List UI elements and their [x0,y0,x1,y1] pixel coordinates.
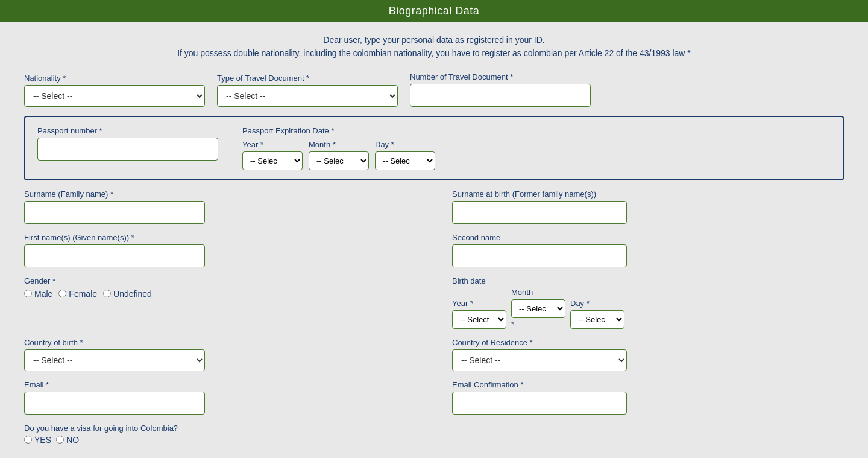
birth-day-group: Day * -- Selec [570,299,624,329]
firstname-group: First name(s) (Given name(s)) * [24,233,344,267]
country-birth-label: Country of birth * [24,338,344,347]
birth-month-label: Month [511,288,565,297]
gender-undefined-radio[interactable] [103,290,111,297]
birth-day-select[interactable]: -- Selec [570,310,624,329]
email-confirm-group: Email Confirmation * [452,380,844,415]
info-section: Dear user, type your personal data as re… [0,22,868,66]
birth-date-label: Birth date [452,276,844,285]
passport-month-select[interactable]: -- Selec [309,151,369,170]
travel-doc-select[interactable]: -- Select -- [217,85,398,107]
firstname-input[interactable] [24,244,205,267]
firstname-row: First name(s) (Given name(s)) * Second n… [24,233,844,267]
surname-birth-input[interactable] [452,201,627,224]
gender-female-radio[interactable] [58,290,66,297]
country-birth-group: Country of birth * -- Select -- [24,338,344,371]
visa-yes-label[interactable]: YES [34,435,51,445]
travel-doc-number-group: Number of Travel Document * [410,72,844,107]
gender-group: Gender * Male Female Undefined [24,276,344,329]
visa-options: YES NO [24,435,844,445]
passport-box: Passport number * Passport Expiration Da… [24,116,844,180]
visa-label: Do you have a visa for going into Colomb… [24,424,844,433]
birth-day-label: Day * [570,299,624,308]
passport-expiration-group: Passport Expiration Date * Year * -- Sel… [242,126,831,170]
passport-year-group: Year * -- Selec [242,140,303,170]
passport-box-inner: Passport number * Passport Expiration Da… [37,126,831,170]
firstname-label: First name(s) (Given name(s)) * [24,233,344,242]
birthdate-group: Birth date Year * -- Select Month -- Sel… [452,276,844,329]
passport-month-label: Month * [309,140,369,149]
header-title: Biographical Data [389,5,480,17]
surname-birth-group: Surname at birth (Former family name(s)) [452,189,844,224]
visa-no-radio[interactable] [56,436,64,444]
birth-date-row: Year * -- Select Month -- Selec * Day * [452,288,844,329]
birth-year-select[interactable]: -- Select [452,310,506,329]
travel-doc-label: Type of Travel Document * [217,74,398,83]
country-residence-select[interactable]: -- Select -- [452,349,627,371]
visa-section: Do you have a visa for going into Colomb… [24,424,844,445]
birth-year-label: Year * [452,299,506,308]
email-input[interactable] [24,392,205,415]
passport-number-group: Passport number * [37,126,218,161]
email-confirmation-label: Email Confirmation * [452,380,844,389]
email-label: Email * [24,380,344,389]
passport-day-group: Day * -- Selec [375,140,435,170]
email-row: Email * Email Confirmation * [24,380,844,415]
passport-month-group: Month * -- Selec [309,140,369,170]
top-fields-row: Nationality * -- Select -- Type of Trave… [24,72,844,107]
gender-undefined-label[interactable]: Undefined [113,289,152,299]
email-confirmation-input[interactable] [452,392,627,415]
nationality-label: Nationality * [24,74,205,83]
country-residence-label: Country of Residence * [452,338,844,347]
gender-options: Male Female Undefined [24,289,344,299]
passport-day-label: Day * [375,140,435,149]
gender-male-label[interactable]: Male [34,289,52,299]
passport-number-label: Passport number * [37,126,218,135]
form-container: Nationality * -- Select -- Type of Trave… [12,66,856,458]
surname-label: Surname (Family name) * [24,189,344,199]
gender-label: Gender * [24,276,344,285]
secondname-group: Second name [452,233,844,267]
country-birth-select[interactable]: -- Select -- [24,349,205,371]
passport-number-input[interactable] [37,138,218,161]
nationality-group: Nationality * -- Select -- [24,74,205,107]
travel-doc-number-input[interactable] [410,84,591,107]
page-title: Biographical Data [0,0,868,22]
secondname-label: Second name [452,233,844,242]
gender-birthdate-row: Gender * Male Female Undefined Birth dat… [24,276,844,329]
visa-yes-radio[interactable] [24,436,32,444]
surname-row: Surname (Family name) * Surname at birth… [24,189,844,224]
travel-doc-group: Type of Travel Document * -- Select -- [217,74,398,107]
surname-input[interactable] [24,201,205,224]
surname-group: Surname (Family name) * [24,189,344,224]
email-group: Email * [24,380,344,415]
gender-male-radio[interactable] [24,290,32,297]
info-line2: If you possess double nationality, inclu… [12,46,856,60]
visa-no-label[interactable]: NO [66,435,79,445]
birth-year-group: Year * -- Select [452,299,506,329]
secondname-input[interactable] [452,244,627,267]
country-residence-group: Country of Residence * -- Select -- [452,338,844,371]
passport-day-select[interactable]: -- Selec [375,151,435,170]
nationality-select[interactable]: -- Select -- [24,85,205,107]
gender-female-label[interactable]: Female [69,289,97,299]
country-row: Country of birth * -- Select -- Country … [24,338,844,371]
birth-month-select[interactable]: -- Selec [511,299,565,318]
passport-year-select[interactable]: -- Selec [242,151,303,170]
surname-birth-label: Surname at birth (Former family name(s)) [452,189,844,199]
travel-doc-number-label: Number of Travel Document * [410,72,844,81]
passport-expiration-label: Passport Expiration Date * [242,126,831,135]
passport-year-label: Year * [242,140,303,149]
birth-month-group: Month -- Selec * [511,288,565,329]
info-line1: Dear user, type your personal data as re… [12,33,856,46]
passport-date-row: Year * -- Selec Month * -- Selec Day * [242,140,831,170]
